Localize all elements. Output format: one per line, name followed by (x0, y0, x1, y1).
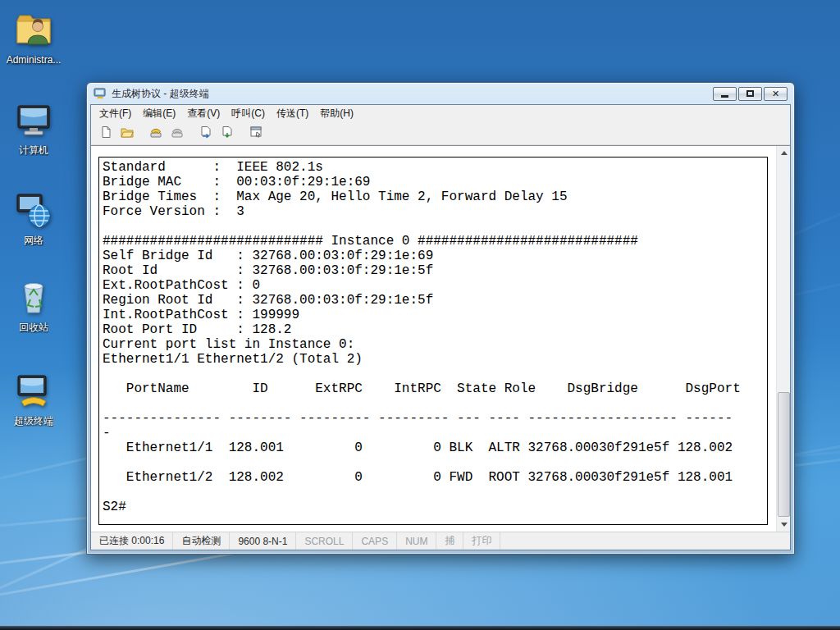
new-connection-icon (99, 126, 112, 142)
scroll-down-icon (781, 523, 788, 527)
open-button[interactable] (116, 124, 137, 143)
hyperterminal-window: 生成树协议 - 超级终端 ✕ 文件(F) 编辑(E) 查看(V) 呼叫(C) 传… (86, 82, 795, 555)
desktop: { "desktop": { "icons": [ { "name": "adm… (0, 0, 840, 630)
network-globe-icon (14, 190, 53, 233)
desktop-icon-label: Administra... (7, 55, 62, 66)
scroll-down-button[interactable] (777, 518, 791, 532)
close-icon: ✕ (772, 89, 779, 98)
properties-icon (249, 126, 262, 142)
send-button[interactable] (195, 124, 216, 143)
open-folder-icon (121, 126, 134, 142)
desktop-icon-administrator[interactable]: Administra... (2, 10, 66, 66)
hyperterminal-icon (14, 371, 53, 413)
menu-edit[interactable]: 编辑(E) (137, 104, 181, 123)
scroll-up-icon (781, 151, 788, 155)
minimize-icon (721, 95, 728, 98)
computer-monitor-icon (14, 100, 53, 143)
call-phone-icon (149, 126, 162, 142)
scrollbar-thumb[interactable] (778, 392, 790, 517)
status-scroll-indicator: SCROLL (296, 532, 353, 550)
menu-call[interactable]: 呼叫(C) (226, 104, 271, 123)
status-num-indicator: NUM (397, 532, 436, 550)
menu-help[interactable]: 帮助(H) (314, 104, 359, 123)
status-bar: 已连接 0:00:16 自动检测 9600 8-N-1 SCROLL CAPS … (91, 532, 790, 550)
desktop-icon-computer[interactable]: 计算机 (2, 100, 66, 156)
receive-button[interactable] (217, 124, 237, 143)
window-client-area: 文件(F) 编辑(E) 查看(V) 呼叫(C) 传送(T) 帮助(H) (90, 104, 791, 550)
desktop-icon-network[interactable]: 网络 (2, 190, 66, 246)
minimize-button[interactable] (713, 87, 737, 101)
vertical-scrollbar[interactable] (776, 146, 790, 532)
desktop-icon-label: 超级终端 (14, 416, 53, 427)
menu-view[interactable]: 查看(V) (181, 104, 226, 123)
toolbar (91, 122, 790, 145)
status-connection: 已连接 0:00:16 (91, 532, 173, 550)
administrator-folder-icon (14, 10, 53, 52)
window-title: 生成树协议 - 超级终端 (112, 87, 209, 101)
new-connection-button[interactable] (95, 124, 116, 143)
window-titlebar[interactable]: 生成树协议 - 超级终端 ✕ (90, 83, 791, 104)
desktop-icon-label: 网络 (24, 235, 43, 246)
status-baud-settings: 9600 8-N-1 (230, 532, 296, 550)
receive-file-icon (221, 126, 234, 142)
status-autodetect: 自动检测 (173, 532, 230, 550)
maximize-icon (746, 90, 754, 97)
scroll-up-button[interactable] (777, 146, 791, 160)
window-icon (94, 88, 107, 99)
send-file-icon (199, 126, 212, 142)
call-button[interactable] (145, 124, 166, 143)
desktop-icon-label: 计算机 (19, 145, 48, 156)
taskbar[interactable] (0, 626, 840, 630)
menu-bar: 文件(F) 编辑(E) 查看(V) 呼叫(C) 传送(T) 帮助(H) (91, 105, 790, 122)
menu-transfer[interactable]: 传送(T) (271, 104, 314, 123)
hangup-phone-icon (171, 126, 184, 142)
terminal-screen[interactable]: Standard : IEEE 802.1sBridge MAC : 00:03… (98, 157, 768, 525)
desktop-icon-hyperterminal[interactable]: 超级终端 (2, 371, 66, 427)
maximize-button[interactable] (738, 87, 762, 101)
properties-button[interactable] (245, 124, 266, 143)
status-print-indicator: 打印 (463, 532, 500, 550)
status-capture-indicator: 捕 (436, 532, 463, 550)
menu-file[interactable]: 文件(F) (94, 104, 137, 123)
terminal-area: Standard : IEEE 802.1sBridge MAC : 00:03… (91, 145, 790, 532)
desktop-icon-label: 回收站 (19, 322, 48, 333)
window-controls: ✕ (713, 87, 788, 101)
desktop-icon-recycle-bin[interactable]: 回收站 (2, 277, 66, 333)
close-button[interactable]: ✕ (764, 87, 788, 101)
disconnect-button[interactable] (167, 124, 187, 143)
recycle-bin-icon (14, 277, 53, 320)
status-caps-indicator: CAPS (353, 532, 397, 550)
